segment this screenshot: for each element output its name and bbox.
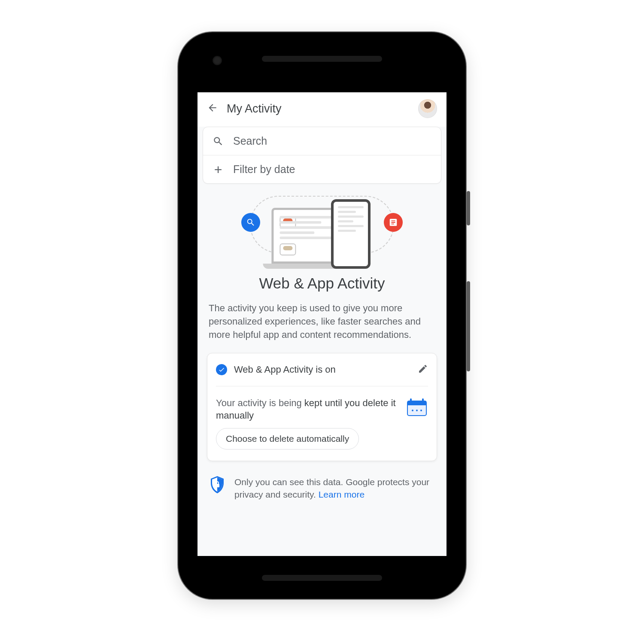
shield-lock-icon: [210, 476, 225, 495]
svg-rect-7: [215, 484, 219, 487]
phone-speaker-bottom: [262, 575, 382, 581]
section-description: The activity you keep is used to give yo…: [209, 301, 435, 342]
search-placeholder: Search: [233, 135, 267, 147]
back-button[interactable]: [207, 102, 218, 115]
arrow-back-icon: [207, 102, 218, 113]
privacy-row: Only you can see this data. Google prote…: [207, 476, 437, 501]
filter-label: Filter by date: [233, 163, 295, 176]
phone-illustration: [331, 199, 371, 269]
screen: My Activity Search + Filter by date: [197, 92, 447, 556]
svg-point-4: [412, 410, 413, 411]
activity-on-label: Web & App Activity is on: [234, 364, 336, 375]
search-card: Search + Filter by date: [203, 127, 441, 184]
learn-more-link[interactable]: Learn more: [319, 489, 365, 499]
search-row[interactable]: Search: [203, 127, 441, 155]
svg-point-5: [416, 410, 418, 411]
phone-camera: [213, 56, 222, 65]
phone-side-button: [467, 281, 470, 371]
status-card: Web & App Activity is on Your activity i…: [207, 353, 437, 461]
section-title: Web & App Activity: [207, 275, 437, 292]
privacy-text: Only you can see this data. Google prote…: [234, 476, 434, 501]
phone-frame: My Activity Search + Filter by date: [178, 32, 466, 599]
page-title: My Activity: [227, 102, 282, 115]
activity-status-row[interactable]: Web & App Activity is on: [216, 353, 428, 386]
check-circle-icon: [216, 364, 227, 375]
phone-side-button: [467, 191, 470, 225]
svg-rect-2: [410, 398, 412, 403]
auto-delete-button[interactable]: Choose to delete automatically: [216, 428, 359, 450]
retention-text: Your activity is being kept until you de…: [216, 397, 399, 422]
article-badge-icon: [384, 213, 403, 232]
filter-row[interactable]: + Filter by date: [203, 155, 441, 183]
svg-rect-3: [422, 398, 424, 403]
hero-illustration: [207, 196, 437, 269]
phone-speaker-top: [262, 56, 382, 62]
app-bar: My Activity: [197, 92, 447, 127]
calendar-icon: [406, 397, 428, 419]
svg-point-6: [420, 410, 422, 411]
account-avatar[interactable]: [418, 99, 437, 118]
edit-button[interactable]: [418, 364, 428, 376]
search-icon: [213, 136, 224, 147]
search-badge-icon: [241, 213, 260, 232]
